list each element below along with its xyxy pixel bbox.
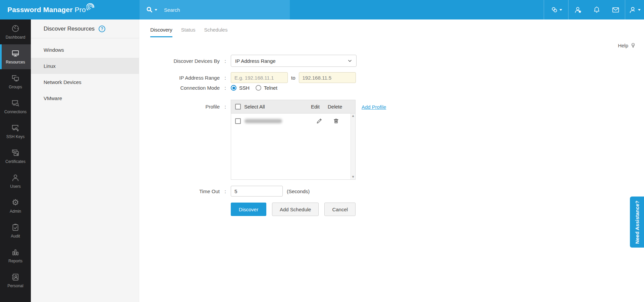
- delete-column-header: Delete: [328, 104, 342, 110]
- sidebar-item-reports[interactable]: Reports: [0, 243, 31, 268]
- tab-schedules[interactable]: Schedules: [204, 27, 227, 37]
- resource-link-caret-icon: [559, 9, 562, 11]
- ssh-keys-icon: [11, 124, 20, 132]
- add-profile-link[interactable]: Add Profile: [362, 104, 386, 110]
- ip-range-from-input[interactable]: [231, 72, 288, 83]
- ip-range-row: IP Address Range : to: [139, 72, 356, 83]
- radio-telnet[interactable]: [256, 85, 261, 91]
- ip-range-label: IP Address Range: [139, 75, 220, 81]
- subnav-item-linux[interactable]: Linux: [31, 58, 139, 74]
- sidebar-item-label: Admin: [10, 209, 21, 214]
- to-label: to: [291, 75, 296, 81]
- delete-trash-icon[interactable]: [333, 118, 339, 126]
- sidebar-item-connections[interactable]: Connections: [0, 94, 31, 119]
- monitor-icon: [11, 49, 20, 58]
- edit-column-header: Edit: [311, 104, 320, 110]
- discover-by-row: Discover Devices By : IP Address Range: [139, 55, 357, 67]
- sidebar-item-certificates[interactable]: Certificates: [0, 144, 31, 169]
- sidebar-item-label: Reports: [8, 259, 22, 263]
- mail-icon[interactable]: [606, 0, 625, 19]
- account-caret-icon: [638, 9, 641, 11]
- subnav-item-vmware[interactable]: VMware: [31, 90, 139, 106]
- sidebar-item-label: Connections: [4, 110, 27, 114]
- sidebar-item-groups[interactable]: Groups: [0, 69, 31, 94]
- timeout-label: Time Out: [139, 188, 220, 194]
- profile-table-body: ▲ ▼: [231, 114, 355, 179]
- subnav-item-label: Linux: [44, 63, 56, 69]
- sidebar-item-label: SSH Keys: [6, 134, 25, 139]
- tab-status[interactable]: Status: [181, 27, 196, 37]
- discover-resources-panel: Discover Resources ? Windows Linux Netwo…: [31, 19, 139, 302]
- subnav-item-label: Network Devices: [44, 79, 82, 85]
- edit-pencil-icon[interactable]: [316, 118, 323, 126]
- help-link[interactable]: Help: [618, 42, 636, 49]
- help-label: Help: [618, 43, 628, 48]
- sidebar-item-audit[interactable]: Audit: [0, 218, 31, 243]
- account-user-icon[interactable]: [625, 0, 644, 19]
- action-buttons-row: Discover Add Schedule Cancel: [231, 203, 356, 216]
- main-content: Discovery Status Schedules Help Discover…: [139, 19, 644, 302]
- search-scope-caret-icon: [155, 9, 157, 11]
- radio-ssh[interactable]: [231, 85, 236, 91]
- clipboard-check-icon: [11, 223, 20, 232]
- scroll-up-icon[interactable]: ▲: [352, 115, 354, 117]
- radio-telnet-label: Telnet: [264, 85, 277, 91]
- need-assistance-label: Need Assistance?: [634, 201, 640, 244]
- profile-table-scrollbar[interactable]: ▲ ▼: [351, 114, 355, 179]
- profile-row-checkbox[interactable]: [235, 118, 241, 124]
- tab-bar: Discovery Status Schedules: [150, 27, 227, 37]
- bulb-icon: [630, 42, 636, 49]
- search-bar: [140, 0, 290, 19]
- sidebar-item-label: Resources: [6, 60, 25, 64]
- search-icon[interactable]: [146, 6, 157, 14]
- need-assistance-tab[interactable]: Need Assistance?: [630, 197, 644, 248]
- discover-devices-by-select[interactable]: IP Address Range: [231, 55, 357, 67]
- discover-types-list: Windows Linux Network Devices VMware: [31, 42, 139, 106]
- gauge-icon: [11, 24, 20, 33]
- subnav-item-network-devices[interactable]: Network Devices: [31, 74, 139, 90]
- sidebar-item-admin[interactable]: ⚙ Admin: [0, 193, 31, 218]
- connection-mode-label: Connection Mode: [139, 85, 220, 91]
- profile-table-row: [231, 114, 355, 128]
- tab-discovery[interactable]: Discovery: [150, 27, 172, 37]
- help-question-icon[interactable]: ?: [99, 26, 105, 32]
- discover-resources-header: Discover Resources ?: [31, 19, 139, 38]
- timeout-row: Time Out : (Seconds): [139, 186, 310, 197]
- colon: :: [220, 75, 231, 81]
- sidebar-item-personal[interactable]: Personal: [0, 268, 31, 293]
- sidebar-item-label: Users: [10, 184, 20, 189]
- app-logo: Password Manager Pro: [7, 0, 95, 19]
- discover-button[interactable]: Discover: [231, 203, 266, 216]
- scroll-down-icon[interactable]: ▼: [352, 176, 354, 178]
- resource-link-icon[interactable]: [544, 0, 568, 19]
- cancel-button[interactable]: Cancel: [324, 203, 356, 216]
- sidebar-item-label: Personal: [7, 284, 23, 288]
- add-schedule-button[interactable]: Add Schedule: [272, 203, 319, 216]
- profile-label: Profile: [139, 104, 220, 110]
- ip-range-to-input[interactable]: [299, 72, 356, 83]
- select-all-checkbox[interactable]: [235, 104, 241, 110]
- timeout-input[interactable]: [231, 186, 283, 197]
- radio-ssh-label: SSH: [239, 85, 250, 91]
- address-book-icon: [11, 273, 20, 282]
- select-all-label: Select All: [244, 104, 265, 110]
- top-bar: Password Manager Pro: [0, 0, 644, 19]
- subnav-item-windows[interactable]: Windows: [31, 42, 139, 58]
- sidebar-item-users[interactable]: Users: [0, 169, 31, 193]
- colon: :: [220, 85, 231, 91]
- profile-table-header: Select All Edit Delete: [231, 100, 355, 114]
- notifications-bell-icon[interactable]: [587, 0, 606, 19]
- approver-user-star-icon[interactable]: [569, 0, 587, 19]
- certificates-icon: [11, 148, 20, 157]
- app-logo-pro: Pro: [75, 6, 86, 14]
- connections-icon: [11, 99, 20, 107]
- sidebar-item-resources[interactable]: Resources: [0, 44, 31, 69]
- search-input[interactable]: [164, 7, 275, 13]
- profile-table: Select All Edit Delete: [231, 100, 356, 180]
- sidebar-item-dashboard[interactable]: Dashboard: [0, 19, 31, 44]
- sidebar-item-ssh-keys[interactable]: SSH Keys: [0, 119, 31, 144]
- subnav-item-label: VMware: [44, 95, 62, 101]
- subnav-item-label: Windows: [44, 47, 64, 53]
- sidebar-item-label: Certificates: [5, 159, 25, 164]
- chevron-down-icon: [347, 58, 352, 63]
